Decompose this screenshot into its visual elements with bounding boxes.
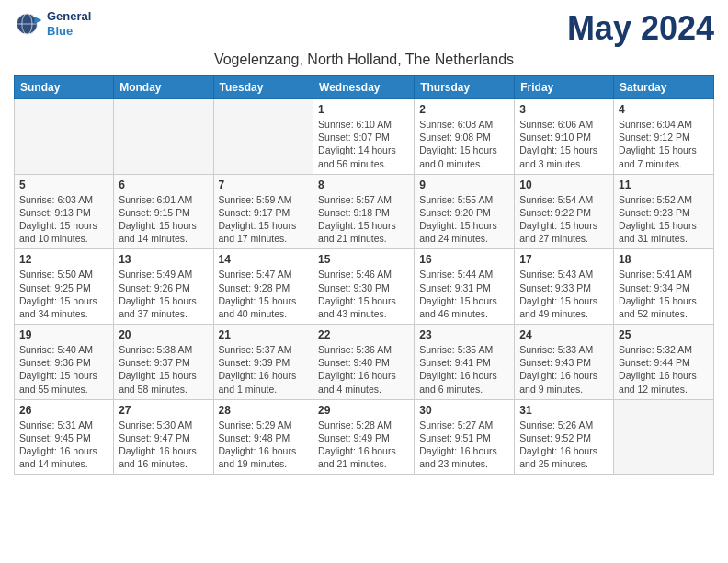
day-info: Sunrise: 6:01 AM Sunset: 9:15 PM Dayligh…	[119, 193, 208, 246]
calendar-cell: 27Sunrise: 5:30 AM Sunset: 9:47 PM Dayli…	[114, 399, 213, 475]
day-info: Sunrise: 5:57 AM Sunset: 9:18 PM Dayligh…	[318, 193, 409, 246]
day-number: 3	[519, 103, 609, 116]
day-number: 8	[318, 178, 409, 191]
day-number: 10	[519, 178, 609, 191]
day-info: Sunrise: 5:52 AM Sunset: 9:23 PM Dayligh…	[619, 193, 709, 246]
day-number: 23	[419, 328, 509, 341]
day-number: 2	[419, 103, 509, 116]
calendar-cell: 7Sunrise: 5:59 AM Sunset: 9:17 PM Daylig…	[213, 174, 313, 249]
calendar-cell: 23Sunrise: 5:35 AM Sunset: 9:41 PM Dayli…	[415, 325, 515, 400]
day-info: Sunrise: 6:08 AM Sunset: 9:08 PM Dayligh…	[419, 118, 509, 170]
calendar-cell: 8Sunrise: 5:57 AM Sunset: 9:18 PM Daylig…	[313, 174, 415, 249]
day-number: 13	[119, 253, 208, 266]
day-info: Sunrise: 5:30 AM Sunset: 9:47 PM Dayligh…	[119, 419, 208, 471]
calendar-cell	[114, 99, 213, 175]
calendar-cell	[614, 399, 714, 475]
day-info: Sunrise: 5:33 AM Sunset: 9:43 PM Dayligh…	[519, 343, 609, 396]
day-info: Sunrise: 5:37 AM Sunset: 9:39 PM Dayligh…	[219, 343, 309, 396]
day-number: 16	[419, 253, 509, 266]
calendar-cell: 16Sunrise: 5:44 AM Sunset: 9:31 PM Dayli…	[415, 249, 515, 325]
calendar-cell: 3Sunrise: 6:06 AM Sunset: 9:10 PM Daylig…	[515, 99, 614, 175]
day-info: Sunrise: 5:28 AM Sunset: 9:49 PM Dayligh…	[318, 419, 409, 471]
calendar-cell: 5Sunrise: 6:03 AM Sunset: 9:13 PM Daylig…	[15, 174, 114, 249]
day-number: 6	[119, 178, 208, 191]
day-info: Sunrise: 5:41 AM Sunset: 9:34 PM Dayligh…	[619, 268, 709, 320]
calendar-cell: 4Sunrise: 6:04 AM Sunset: 9:12 PM Daylig…	[614, 99, 714, 175]
calendar-cell: 29Sunrise: 5:28 AM Sunset: 9:49 PM Dayli…	[313, 399, 415, 475]
day-number: 27	[119, 404, 208, 417]
calendar-cell: 31Sunrise: 5:26 AM Sunset: 9:52 PM Dayli…	[515, 399, 614, 475]
day-info: Sunrise: 5:46 AM Sunset: 9:30 PM Dayligh…	[318, 268, 409, 320]
calendar-cell: 19Sunrise: 5:40 AM Sunset: 9:36 PM Dayli…	[15, 325, 114, 400]
day-info: Sunrise: 5:54 AM Sunset: 9:22 PM Dayligh…	[519, 193, 609, 246]
weekday-header-saturday: Saturday	[614, 76, 714, 99]
day-number: 21	[219, 328, 309, 341]
day-info: Sunrise: 6:03 AM Sunset: 9:13 PM Dayligh…	[19, 193, 108, 246]
calendar-cell: 11Sunrise: 5:52 AM Sunset: 9:23 PM Dayli…	[614, 174, 714, 249]
calendar-cell: 1Sunrise: 6:10 AM Sunset: 9:07 PM Daylig…	[313, 99, 415, 175]
calendar-cell: 9Sunrise: 5:55 AM Sunset: 9:20 PM Daylig…	[415, 174, 515, 249]
weekday-header-monday: Monday	[114, 76, 213, 99]
calendar-cell: 6Sunrise: 6:01 AM Sunset: 9:15 PM Daylig…	[114, 174, 213, 249]
weekday-header-thursday: Thursday	[415, 76, 515, 99]
calendar-cell: 21Sunrise: 5:37 AM Sunset: 9:39 PM Dayli…	[213, 325, 313, 400]
calendar-cell: 14Sunrise: 5:47 AM Sunset: 9:28 PM Dayli…	[213, 249, 313, 325]
day-info: Sunrise: 5:40 AM Sunset: 9:36 PM Dayligh…	[19, 343, 108, 396]
day-number: 29	[318, 404, 409, 417]
svg-marker-4	[34, 17, 41, 24]
calendar-week-1: 1Sunrise: 6:10 AM Sunset: 9:07 PM Daylig…	[15, 99, 714, 175]
day-info: Sunrise: 5:32 AM Sunset: 9:44 PM Dayligh…	[619, 343, 709, 396]
day-info: Sunrise: 5:38 AM Sunset: 9:37 PM Dayligh…	[119, 343, 208, 396]
calendar-week-3: 12Sunrise: 5:50 AM Sunset: 9:25 PM Dayli…	[15, 249, 714, 325]
day-number: 28	[219, 404, 309, 417]
calendar-week-2: 5Sunrise: 6:03 AM Sunset: 9:13 PM Daylig…	[15, 174, 714, 249]
day-info: Sunrise: 5:35 AM Sunset: 9:41 PM Dayligh…	[419, 343, 509, 396]
calendar-cell: 20Sunrise: 5:38 AM Sunset: 9:37 PM Dayli…	[114, 325, 213, 400]
day-number: 11	[619, 178, 709, 191]
day-number: 24	[519, 328, 609, 341]
logo: General Blue	[14, 9, 91, 39]
day-number: 1	[318, 103, 409, 116]
calendar-cell: 30Sunrise: 5:27 AM Sunset: 9:51 PM Dayli…	[415, 399, 515, 475]
calendar-cell: 22Sunrise: 5:36 AM Sunset: 9:40 PM Dayli…	[313, 325, 415, 400]
weekday-header-sunday: Sunday	[15, 76, 114, 99]
day-number: 14	[219, 253, 309, 266]
logo-line2: Blue	[47, 24, 91, 39]
day-info: Sunrise: 5:47 AM Sunset: 9:28 PM Dayligh…	[219, 268, 309, 320]
calendar-week-4: 19Sunrise: 5:40 AM Sunset: 9:36 PM Dayli…	[15, 325, 714, 400]
calendar-cell	[213, 99, 313, 175]
day-number: 20	[119, 328, 208, 341]
calendar-cell: 26Sunrise: 5:31 AM Sunset: 9:45 PM Dayli…	[15, 399, 114, 475]
day-number: 12	[19, 253, 108, 266]
day-number: 30	[419, 404, 509, 417]
calendar-cell: 18Sunrise: 5:41 AM Sunset: 9:34 PM Dayli…	[614, 249, 714, 325]
subtitle: Vogelenzang, North Holland, The Netherla…	[14, 52, 714, 68]
day-number: 19	[19, 328, 108, 341]
weekday-header-row: SundayMondayTuesdayWednesdayThursdayFrid…	[15, 76, 714, 99]
day-number: 26	[19, 404, 108, 417]
calendar-cell: 17Sunrise: 5:43 AM Sunset: 9:33 PM Dayli…	[515, 249, 614, 325]
day-number: 22	[318, 328, 409, 341]
day-info: Sunrise: 5:55 AM Sunset: 9:20 PM Dayligh…	[419, 193, 509, 246]
day-number: 4	[619, 103, 709, 116]
day-info: Sunrise: 5:50 AM Sunset: 9:25 PM Dayligh…	[19, 268, 108, 320]
day-number: 17	[519, 253, 609, 266]
logo-icon	[14, 9, 43, 39]
calendar-cell: 25Sunrise: 5:32 AM Sunset: 9:44 PM Dayli…	[614, 325, 714, 400]
weekday-header-tuesday: Tuesday	[213, 76, 313, 99]
calendar-cell: 10Sunrise: 5:54 AM Sunset: 9:22 PM Dayli…	[515, 174, 614, 249]
calendar-cell: 13Sunrise: 5:49 AM Sunset: 9:26 PM Dayli…	[114, 249, 213, 325]
day-info: Sunrise: 6:04 AM Sunset: 9:12 PM Dayligh…	[619, 118, 709, 170]
day-info: Sunrise: 6:06 AM Sunset: 9:10 PM Dayligh…	[519, 118, 609, 170]
day-number: 5	[19, 178, 108, 191]
weekday-header-wednesday: Wednesday	[313, 76, 415, 99]
calendar-cell: 28Sunrise: 5:29 AM Sunset: 9:48 PM Dayli…	[213, 399, 313, 475]
month-title: May 2024	[567, 9, 714, 48]
day-info: Sunrise: 5:59 AM Sunset: 9:17 PM Dayligh…	[219, 193, 309, 246]
day-number: 25	[619, 328, 709, 341]
day-number: 15	[318, 253, 409, 266]
day-info: Sunrise: 5:29 AM Sunset: 9:48 PM Dayligh…	[219, 419, 309, 471]
day-info: Sunrise: 5:43 AM Sunset: 9:33 PM Dayligh…	[519, 268, 609, 320]
calendar-cell	[15, 99, 114, 175]
day-number: 9	[419, 178, 509, 191]
